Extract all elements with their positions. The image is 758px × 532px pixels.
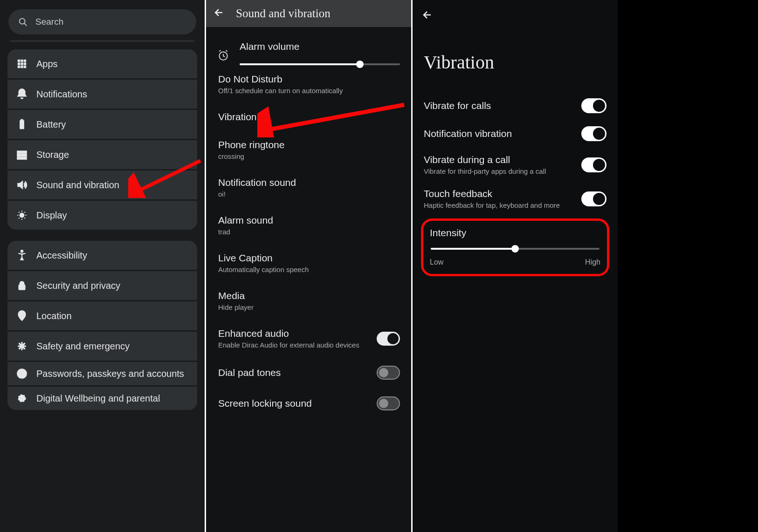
settings-item-label: Notifications <box>36 89 87 100</box>
intensity-highlight-box: Intensity Low High <box>421 218 609 276</box>
svg-rect-3 <box>21 60 23 61</box>
item-alarm-sound[interactable]: Alarm sound trad <box>218 206 400 244</box>
svg-rect-5 <box>18 63 20 65</box>
svg-point-25 <box>18 395 25 402</box>
svg-rect-15 <box>17 157 27 159</box>
screen-locking-sound-toggle[interactable] <box>377 396 400 410</box>
svg-point-18 <box>20 213 24 218</box>
lock-icon <box>16 280 28 292</box>
settings-item-passwords[interactable]: Passwords, passkeys and accounts <box>7 362 197 385</box>
settings-item-label: Display <box>36 210 67 221</box>
item-vibrate-for-calls[interactable]: Vibrate for calls <box>422 92 608 120</box>
svg-rect-11 <box>20 120 24 129</box>
settings-item-label: Sound and vibration <box>36 180 119 191</box>
asterisk-icon <box>16 340 28 352</box>
settings-item-display[interactable]: Display <box>7 201 197 230</box>
svg-rect-20 <box>19 285 25 290</box>
intensity-label: Intensity <box>430 227 600 239</box>
dial-pad-tones-toggle[interactable] <box>377 366 400 380</box>
brightness-icon <box>16 209 28 221</box>
svg-rect-9 <box>21 66 23 68</box>
intensity-high-label: High <box>585 258 600 266</box>
item-media[interactable]: Media Hide player <box>218 282 400 320</box>
svg-rect-8 <box>18 66 20 68</box>
settings-item-digital-wellbeing[interactable]: Digital Wellbeing and parental <box>7 387 197 410</box>
settings-item-safety[interactable]: Safety and emergency <box>7 332 197 361</box>
vibrate-calls-toggle[interactable] <box>581 98 606 113</box>
enhanced-audio-toggle[interactable] <box>377 332 400 346</box>
item-phone-ringtone[interactable]: Phone ringtone crossing <box>218 131 400 169</box>
bell-icon <box>16 88 28 100</box>
svg-point-16 <box>19 152 19 152</box>
volume-icon <box>16 179 28 191</box>
alarm-volume-row: Alarm volume <box>217 27 400 65</box>
svg-rect-6 <box>21 63 23 65</box>
alarm-volume-label: Alarm volume <box>240 41 400 52</box>
svg-point-21 <box>21 313 23 315</box>
settings-item-notifications[interactable]: Notifications <box>7 80 197 109</box>
item-enhanced-audio[interactable]: Enhanced audio Enable Dirac Audio for ex… <box>218 320 400 357</box>
apps-icon <box>16 58 28 70</box>
svg-line-1 <box>24 23 27 26</box>
settings-item-label: Location <box>36 311 72 321</box>
svg-rect-4 <box>24 60 26 61</box>
item-touch-feedback[interactable]: Touch feedback Haptic feedback for tap, … <box>422 182 608 216</box>
svg-rect-2 <box>18 60 20 61</box>
svg-point-0 <box>20 19 25 24</box>
item-notification-sound[interactable]: Notification sound oi! <box>218 169 400 206</box>
settings-item-battery[interactable]: Battery <box>7 110 197 139</box>
alarm-icon <box>217 49 229 61</box>
back-button[interactable] <box>214 7 225 20</box>
svg-point-17 <box>19 155 19 156</box>
intensity-low-label: Low <box>430 258 443 266</box>
settings-item-apps[interactable]: Apps <box>7 49 197 78</box>
intensity-slider[interactable] <box>431 248 600 250</box>
scroll-indicator <box>10 40 194 42</box>
settings-item-sound-vibration[interactable]: Sound and vibration <box>7 171 197 199</box>
svg-point-19 <box>21 250 23 252</box>
settings-group-1: Apps Notifications Battery Storage Sound… <box>7 49 197 230</box>
panel2-header: Sound and vibration <box>206 0 411 27</box>
search-icon <box>18 17 28 27</box>
vibration-panel: Vibration Vibrate for calls Notification… <box>413 0 618 532</box>
wellbeing-icon <box>16 392 28 404</box>
battery-icon <box>16 118 28 130</box>
item-dial-pad-tones[interactable]: Dial pad tones <box>218 357 400 388</box>
svg-rect-7 <box>24 63 26 65</box>
page-title: Vibration <box>424 51 618 73</box>
location-icon <box>16 310 28 322</box>
settings-item-label: Accessibility <box>36 250 87 261</box>
settings-item-security[interactable]: Security and privacy <box>7 271 197 300</box>
search-placeholder: Search <box>35 17 63 27</box>
settings-item-label: Battery <box>36 119 66 130</box>
item-vibration[interactable]: Vibration <box>218 103 400 131</box>
svg-rect-12 <box>21 119 23 120</box>
settings-main-panel: Search Apps Notifications Battery Storag… <box>0 0 205 532</box>
settings-item-label: Digital Wellbeing and parental <box>36 393 160 404</box>
settings-item-accessibility[interactable]: Accessibility <box>7 241 197 270</box>
sound-vibration-panel: Sound and vibration Alarm volume Do Not … <box>206 0 411 532</box>
notification-vibration-toggle[interactable] <box>581 126 606 141</box>
vibrate-during-call-toggle[interactable] <box>581 157 606 172</box>
svg-point-23 <box>21 371 24 374</box>
item-do-not-disturb[interactable]: Do Not Disturb Off/1 schedule can turn o… <box>218 65 400 103</box>
settings-item-label: Safety and emergency <box>36 341 130 352</box>
item-live-caption[interactable]: Live Caption Automatically caption speec… <box>218 244 400 282</box>
back-button[interactable] <box>422 9 433 22</box>
touch-feedback-toggle[interactable] <box>581 191 606 206</box>
settings-item-storage[interactable]: Storage <box>7 140 197 169</box>
settings-item-label: Storage <box>36 150 69 160</box>
settings-item-location[interactable]: Location <box>7 301 197 330</box>
item-screen-locking-sound[interactable]: Screen locking sound <box>218 388 400 419</box>
settings-group-2: Accessibility Security and privacy Locat… <box>7 241 197 410</box>
alarm-volume-slider[interactable] <box>240 63 400 65</box>
page-title: Sound and vibration <box>236 7 331 20</box>
item-notification-vibration[interactable]: Notification vibration <box>422 120 608 148</box>
accessibility-icon <box>16 249 28 261</box>
search-input[interactable]: Search <box>8 9 196 34</box>
settings-item-label: Security and privacy <box>36 280 120 291</box>
svg-rect-10 <box>24 66 26 68</box>
storage-icon <box>16 149 28 161</box>
account-icon <box>16 368 28 380</box>
item-vibrate-during-call[interactable]: Vibrate during a call Vibrate for third-… <box>422 148 608 182</box>
